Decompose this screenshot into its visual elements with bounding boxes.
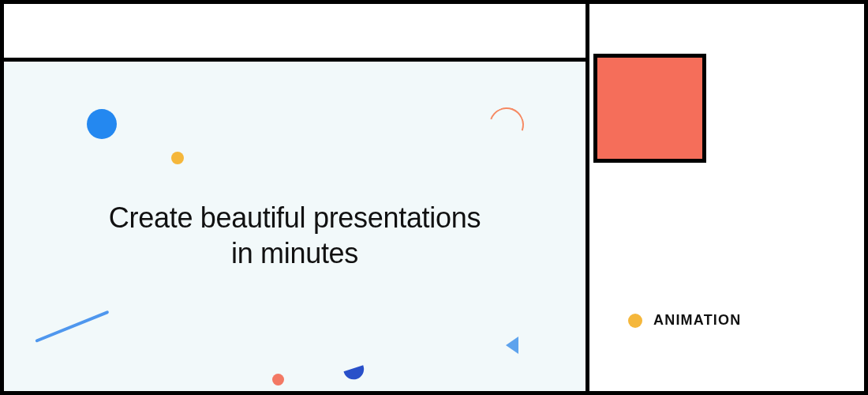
slide-title-line1: Create beautiful presentations in minute…	[109, 201, 481, 269]
accent-square	[593, 54, 706, 163]
category-label: ANIMATION	[653, 312, 741, 329]
decor-triangle-icon	[506, 337, 518, 354]
decor-halfcircle-icon	[343, 365, 366, 382]
category-dot-icon	[628, 314, 642, 328]
category-tag: ANIMATION	[628, 312, 741, 329]
decor-small-dot-icon	[272, 374, 284, 386]
decor-dot-icon	[171, 152, 184, 164]
decor-circle-icon	[87, 109, 117, 139]
decor-arc-icon	[484, 102, 529, 148]
slide-preview: Create beautiful presentations in minute…	[4, 62, 586, 391]
decor-line-icon	[35, 310, 109, 343]
slide-title: Create beautiful presentations in minute…	[4, 200, 586, 271]
vertical-divider	[586, 0, 589, 395]
